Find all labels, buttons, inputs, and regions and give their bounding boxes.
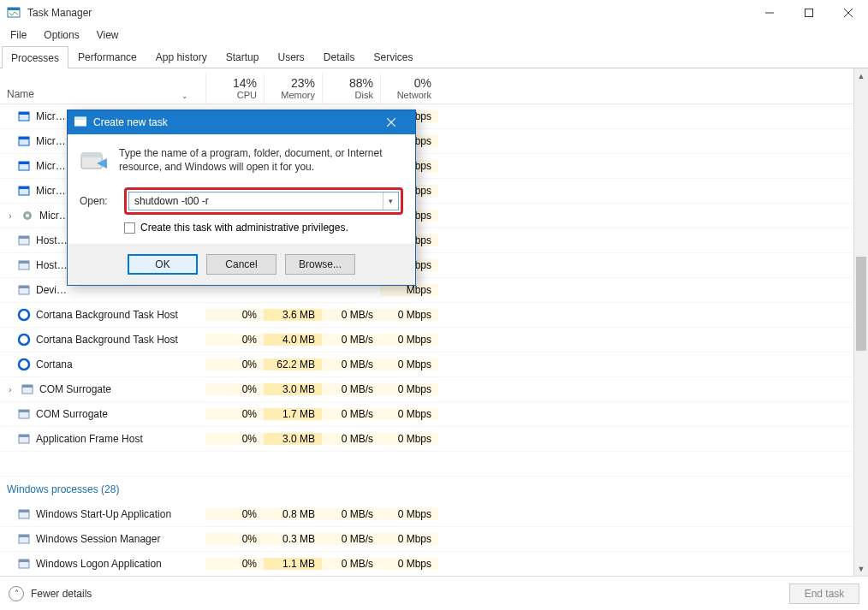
- window-title: Task Manager: [27, 7, 92, 19]
- open-input[interactable]: [129, 195, 383, 207]
- table-cell: 0 MB/s: [322, 433, 380, 445]
- group-header-windows-processes[interactable]: Windows processes (28): [0, 477, 868, 502]
- tab-users[interactable]: Users: [268, 45, 313, 68]
- process-icon: [17, 532, 31, 546]
- disk-label: Disk: [323, 90, 373, 100]
- table-cell: 0 Mbps: [380, 309, 438, 321]
- table-cell: 3.0 MB: [264, 383, 322, 395]
- process-name: Windows Session Manager: [36, 533, 160, 545]
- table-cell: 0%: [205, 558, 264, 570]
- process-name: Micr…: [36, 135, 66, 147]
- table-row[interactable]: Cortana0%62.2 MB0 MB/s0 Mbps: [0, 352, 868, 377]
- table-cell: 0.3 MB: [264, 533, 322, 545]
- open-combobox[interactable]: ▾: [128, 192, 399, 210]
- process-icon: [21, 382, 34, 396]
- tab-details[interactable]: Details: [314, 45, 365, 68]
- table-row[interactable]: Cortana Background Task Host0%3.6 MB0 MB…: [0, 303, 868, 328]
- process-icon: [17, 507, 31, 521]
- svg-rect-17: [19, 236, 29, 239]
- table-row[interactable]: COM Surrogate0%1.7 MB0 MB/s0 Mbps: [0, 402, 868, 427]
- window-maximize-button[interactable]: [789, 0, 829, 26]
- table-header: Name ⌄ 14% CPU 23% Memory 88% Disk 0% Ne…: [0, 68, 868, 104]
- expand-arrow-icon[interactable]: ›: [5, 385, 15, 394]
- end-task-button[interactable]: End task: [789, 583, 859, 604]
- table-cell: 0 Mbps: [380, 408, 438, 420]
- table-cell: 0 Mbps: [380, 358, 438, 370]
- cancel-button[interactable]: Cancel: [206, 254, 276, 275]
- table-cell: 3.6 MB: [264, 309, 322, 321]
- column-header-memory[interactable]: 23% Memory: [264, 73, 322, 104]
- process-name: Host…: [36, 259, 68, 271]
- menu-bar: File Options View: [0, 26, 868, 44]
- table-row[interactable]: ›COM Surrogate0%3.0 MB0 MB/s0 Mbps: [0, 377, 868, 402]
- column-header-disk[interactable]: 88% Disk: [322, 73, 380, 104]
- tab-strip: Processes Performance App history Startu…: [0, 44, 868, 68]
- tab-services[interactable]: Services: [365, 45, 423, 68]
- svg-rect-19: [19, 261, 29, 264]
- process-name: Cortana Background Task Host: [36, 334, 178, 346]
- network-percent: 0%: [381, 76, 431, 90]
- table-cell: 0 Mbps: [380, 533, 438, 545]
- process-icon: [17, 407, 31, 421]
- process-name: Micr…: [36, 185, 66, 197]
- chevron-down-icon[interactable]: ▾: [383, 192, 398, 210]
- table-cell: 4.0 MB: [264, 334, 322, 346]
- svg-rect-28: [19, 410, 29, 412]
- app-icon: [7, 6, 21, 20]
- ok-button[interactable]: OK: [128, 254, 198, 275]
- expand-arrow-icon[interactable]: ›: [5, 211, 15, 221]
- fewer-details-button[interactable]: ˄ Fewer details: [9, 586, 92, 601]
- svg-point-22: [19, 310, 29, 320]
- svg-rect-30: [19, 435, 29, 437]
- process-name: Micr…: [36, 110, 66, 122]
- process-icon: [17, 184, 31, 198]
- column-header-name[interactable]: Name ⌄: [0, 85, 205, 104]
- svg-rect-9: [19, 137, 29, 139]
- table-row[interactable]: Windows Logon Application0%1.1 MB0 MB/s0…: [0, 552, 868, 576]
- scroll-thumb[interactable]: [856, 257, 866, 351]
- scroll-down-arrow-icon[interactable]: ▼: [854, 561, 868, 576]
- table-row[interactable]: Windows Session Manager0%0.3 MB0 MB/s0 M…: [0, 527, 868, 552]
- svg-rect-26: [22, 385, 33, 388]
- dialog-titlebar: Create new task: [68, 110, 415, 134]
- table-row[interactable]: Application Frame Host0%3.0 MB0 MB/s0 Mb…: [0, 427, 868, 452]
- menu-options[interactable]: Options: [37, 27, 86, 43]
- column-header-cpu[interactable]: 14% CPU: [205, 73, 264, 104]
- table-cell: 0%: [205, 309, 264, 321]
- process-icon: [17, 159, 31, 173]
- svg-point-24: [19, 359, 29, 370]
- process-name: Cortana Background Task Host: [36, 309, 178, 321]
- browse-button[interactable]: Browse...: [285, 254, 355, 275]
- svg-rect-11: [19, 162, 29, 164]
- column-header-network[interactable]: 0% Network: [380, 73, 438, 104]
- svg-rect-3: [806, 9, 813, 16]
- tab-processes[interactable]: Processes: [2, 46, 68, 68]
- table-cell: 0 MB/s: [322, 334, 380, 346]
- svg-rect-21: [19, 286, 29, 288]
- tab-startup[interactable]: Startup: [217, 45, 269, 68]
- dialog-description: Type the name of a program, folder, docu…: [119, 146, 403, 174]
- table-row[interactable]: Windows Start-Up Application0%0.8 MB0 MB…: [0, 502, 868, 527]
- table-cell: 0 Mbps: [380, 508, 438, 520]
- dialog-title: Create new task: [93, 116, 168, 128]
- dialog-close-button[interactable]: [374, 110, 408, 134]
- tab-app-history[interactable]: App history: [146, 45, 217, 68]
- menu-view[interactable]: View: [90, 27, 126, 43]
- table-cell: 0 Mbps: [380, 433, 438, 445]
- vertical-scrollbar[interactable]: ▲ ▼: [853, 68, 868, 576]
- window-minimize-button[interactable]: [750, 0, 789, 26]
- process-icon: [21, 209, 34, 222]
- table-cell: 0 MB/s: [322, 358, 380, 370]
- window-close-button[interactable]: [829, 0, 868, 26]
- process-name: Micr…: [36, 160, 66, 172]
- tab-performance[interactable]: Performance: [68, 45, 146, 68]
- menu-file[interactable]: File: [3, 27, 33, 43]
- memory-percent: 23%: [265, 76, 315, 90]
- process-icon: [17, 308, 31, 322]
- scroll-up-arrow-icon[interactable]: ▲: [854, 68, 868, 83]
- close-icon: [387, 118, 395, 127]
- table-cell: 0%: [205, 408, 264, 420]
- admin-privileges-checkbox[interactable]: [124, 222, 135, 234]
- table-row[interactable]: Cortana Background Task Host0%4.0 MB0 MB…: [0, 328, 868, 352]
- svg-rect-32: [19, 510, 29, 512]
